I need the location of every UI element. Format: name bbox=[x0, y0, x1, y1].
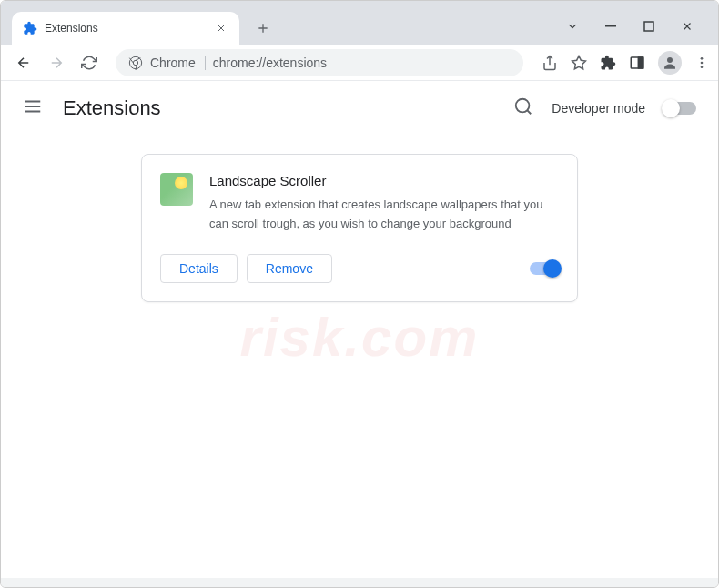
page-title: Extensions bbox=[63, 96, 161, 120]
extensions-header: Extensions Developer mode bbox=[1, 81, 718, 136]
maximize-icon[interactable] bbox=[642, 19, 656, 34]
svg-point-8 bbox=[667, 57, 673, 63]
new-tab-button[interactable] bbox=[250, 15, 276, 41]
tab-title: Extensions bbox=[45, 22, 214, 35]
search-icon[interactable] bbox=[513, 96, 533, 120]
chevron-down-icon[interactable] bbox=[565, 19, 580, 34]
window-controls bbox=[565, 19, 711, 45]
profile-avatar-icon[interactable] bbox=[658, 51, 682, 75]
extensions-content: PC risk.com Landscape Scroller A new tab… bbox=[1, 136, 718, 302]
close-tab-icon[interactable] bbox=[214, 21, 228, 35]
svg-point-15 bbox=[516, 99, 530, 113]
url-text: chrome://extensions bbox=[213, 56, 327, 70]
browser-toolbar: Chrome chrome://extensions bbox=[1, 45, 718, 81]
extensions-icon[interactable] bbox=[600, 55, 616, 71]
svg-point-9 bbox=[701, 57, 704, 60]
reload-button[interactable] bbox=[76, 49, 103, 76]
details-button[interactable]: Details bbox=[160, 254, 238, 283]
extension-enable-toggle[interactable] bbox=[530, 262, 559, 275]
minimize-icon[interactable] bbox=[603, 19, 618, 34]
remove-button[interactable]: Remove bbox=[247, 254, 332, 283]
chrome-text: Chrome bbox=[150, 56, 196, 70]
svg-line-16 bbox=[528, 110, 532, 114]
extension-app-icon bbox=[160, 173, 193, 206]
extension-name: Landscape Scroller bbox=[209, 173, 559, 188]
puzzle-piece-icon bbox=[23, 21, 37, 35]
browser-tab[interactable]: Extensions bbox=[12, 12, 239, 45]
svg-rect-1 bbox=[644, 22, 653, 31]
address-bar[interactable]: Chrome chrome://extensions bbox=[116, 49, 523, 76]
horizontal-scrollbar[interactable] bbox=[1, 578, 718, 587]
svg-point-10 bbox=[701, 61, 704, 64]
svg-point-3 bbox=[133, 60, 137, 65]
hamburger-menu-icon[interactable] bbox=[23, 96, 43, 120]
developer-mode-toggle[interactable] bbox=[663, 102, 696, 115]
extension-description: A new tab extension that creates landsca… bbox=[209, 196, 559, 234]
svg-rect-7 bbox=[639, 57, 643, 68]
watermark-bottom: risk.com bbox=[240, 306, 480, 369]
extension-card: Landscape Scroller A new tab extension t… bbox=[141, 154, 578, 302]
side-panel-icon[interactable] bbox=[629, 55, 645, 71]
forward-button[interactable] bbox=[43, 49, 70, 76]
close-window-icon[interactable] bbox=[680, 19, 694, 34]
svg-marker-4 bbox=[572, 56, 586, 68]
svg-point-11 bbox=[701, 66, 704, 68]
svg-rect-0 bbox=[605, 25, 616, 27]
window-titlebar: Extensions bbox=[1, 1, 718, 45]
chrome-icon bbox=[128, 56, 143, 70]
share-icon[interactable] bbox=[542, 55, 558, 71]
menu-dots-icon[interactable] bbox=[694, 56, 709, 70]
bookmark-star-icon[interactable] bbox=[571, 55, 587, 71]
chrome-label: Chrome bbox=[128, 56, 206, 70]
back-button[interactable] bbox=[10, 49, 37, 76]
developer-mode-label: Developer mode bbox=[552, 101, 645, 116]
